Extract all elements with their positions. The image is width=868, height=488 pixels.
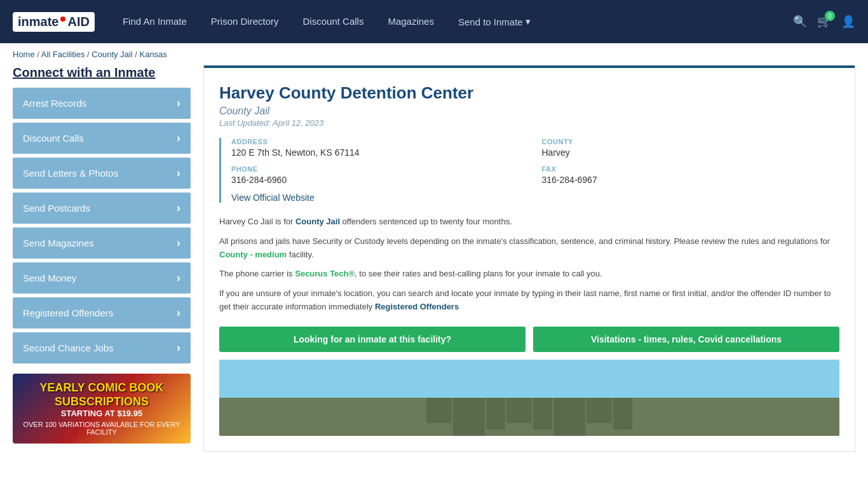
user-icon: 👤 xyxy=(841,15,855,28)
county-value: Harvey xyxy=(542,147,840,158)
phone-value: 316-284-6960 xyxy=(231,175,529,185)
securus-tech-link[interactable]: Securus Tech® xyxy=(295,269,355,278)
sidebar-title: Connect with an Inmate xyxy=(13,65,191,80)
sidebar-item-label: Arrest Records xyxy=(23,98,86,109)
sidebar-item-label: Send Magazines xyxy=(23,238,94,248)
logo[interactable]: inmate AID xyxy=(13,12,95,32)
building-block xyxy=(613,398,632,430)
description-4: If you are unsure of your inmate's locat… xyxy=(219,287,839,314)
sidebar-item-label: Send Postcards xyxy=(23,203,90,214)
description-3: The phone carrier is Securus Tech®, to s… xyxy=(219,268,839,281)
breadcrumb-home[interactable]: Home xyxy=(13,50,35,59)
breadcrumb: Home / All Facilities / County Jail / Ka… xyxy=(0,43,868,65)
building-block xyxy=(506,398,532,423)
breadcrumb-county-jail[interactable]: County Jail xyxy=(92,50,132,59)
building-block xyxy=(453,398,485,436)
county-label: COUNTY xyxy=(542,138,840,146)
building-block xyxy=(533,398,552,430)
address-value: 120 E 7th St, Newton, KS 67114 xyxy=(231,147,529,158)
description-2: All prisons and jails have Security or C… xyxy=(219,235,839,262)
facility-image xyxy=(219,360,839,436)
facility-name: Harvey County Detention Center xyxy=(219,83,839,103)
logo-text: inmate xyxy=(18,15,58,29)
sidebar-item-label: Send Letters & Photos xyxy=(23,168,118,179)
facility-type: County Jail xyxy=(219,105,839,117)
nav-send-to-inmate[interactable]: Send to Inmate ▾ xyxy=(456,2,533,41)
ad-price: STARTING AT $19.95 xyxy=(19,409,184,418)
website-block: View Official Website xyxy=(231,193,529,203)
description-1: Harvey Co Jail is for County Jail offend… xyxy=(219,215,839,229)
search-button[interactable]: 🔍 xyxy=(793,15,807,29)
sidebar-item-send-magazines[interactable]: Send Magazines › xyxy=(13,227,191,259)
sidebar-item-discount-calls[interactable]: Discount Calls › xyxy=(13,123,191,154)
nav-discount-calls[interactable]: Discount Calls xyxy=(301,2,367,41)
breadcrumb-state[interactable]: Kansas xyxy=(139,50,166,59)
logo-dot xyxy=(60,17,65,22)
building-block xyxy=(553,398,585,436)
facility-content: Harvey County Detention Center County Ja… xyxy=(203,65,855,452)
address-block: ADDRESS 120 E 7th St, Newton, KS 67114 xyxy=(231,138,529,158)
info-grid: ADDRESS 120 E 7th St, Newton, KS 67114 C… xyxy=(219,138,839,203)
phone-block: PHONE 316-284-6960 xyxy=(231,165,529,185)
sidebar-item-arrest-records[interactable]: Arrest Records › xyxy=(13,88,191,119)
nav-icons: 🔍 🛒 0 👤 xyxy=(793,15,855,29)
building-block xyxy=(587,398,612,423)
sidebar-item-second-chance-jobs[interactable]: Second Chance Jobs › xyxy=(13,332,191,363)
nav-prison-directory[interactable]: Prison Directory xyxy=(208,2,281,41)
ad-title: YEARLY COMIC BOOK SUBSCRIPTIONS xyxy=(19,381,184,409)
sidebar-item-send-money[interactable]: Send Money › xyxy=(13,262,191,294)
chevron-right-icon: › xyxy=(177,97,180,110)
sidebar-item-label: Discount Calls xyxy=(23,133,84,144)
navigation: inmate AID Find An Inmate Prison Directo… xyxy=(0,0,868,43)
sidebar-item-send-postcards[interactable]: Send Postcards › xyxy=(13,193,191,224)
ad-banner[interactable]: YEARLY COMIC BOOK SUBSCRIPTIONS STARTING… xyxy=(13,374,191,444)
chevron-right-icon: › xyxy=(177,201,180,215)
building-silhouette xyxy=(219,398,839,436)
fax-value: 316-284-6967 xyxy=(542,175,840,185)
sidebar-item-label: Registered Offenders xyxy=(23,308,113,318)
sidebar-item-send-letters[interactable]: Send Letters & Photos › xyxy=(13,158,191,189)
nav-links: Find An Inmate Prison Directory Discount… xyxy=(120,2,793,41)
chevron-right-icon: › xyxy=(177,271,180,285)
nav-find-inmate[interactable]: Find An Inmate xyxy=(120,2,189,41)
sidebar-item-label: Second Chance Jobs xyxy=(23,342,114,353)
breadcrumb-all-facilities[interactable]: All Facilities xyxy=(41,50,85,59)
nav-magazines[interactable]: Magazines xyxy=(385,2,437,41)
chevron-right-icon: › xyxy=(177,166,180,180)
county-medium-link[interactable]: County - medium xyxy=(219,250,287,259)
chevron-right-icon: › xyxy=(177,132,180,145)
find-inmate-button[interactable]: Looking for an inmate at this facility? xyxy=(219,327,526,352)
sidebar-item-registered-offenders[interactable]: Registered Offenders › xyxy=(13,297,191,329)
registered-offenders-link[interactable]: Registered Offenders xyxy=(375,302,459,311)
fax-block: FAX 316-284-6967 xyxy=(542,165,840,185)
building-block xyxy=(426,398,452,423)
county-block: COUNTY Harvey xyxy=(542,138,840,158)
action-buttons: Looking for an inmate at this facility? … xyxy=(219,327,839,352)
building-block xyxy=(486,398,505,430)
visitations-button[interactable]: Visitations - times, rules, Covid cancel… xyxy=(533,327,839,352)
ad-content: YEARLY COMIC BOOK SUBSCRIPTIONS STARTING… xyxy=(19,381,184,436)
logo-aid: AID xyxy=(67,15,89,29)
website-link[interactable]: View Official Website xyxy=(231,193,315,203)
sidebar-item-label: Send Money xyxy=(23,273,76,283)
chevron-right-icon: › xyxy=(177,341,180,355)
address-label: ADDRESS xyxy=(231,138,529,146)
cart-button[interactable]: 🛒 0 xyxy=(817,15,831,29)
chevron-right-icon: › xyxy=(177,236,180,250)
account-button[interactable]: 👤 xyxy=(841,15,855,29)
sidebar: Connect with an Inmate Arrest Records › … xyxy=(13,65,191,452)
chevron-right-icon: › xyxy=(177,306,180,320)
last-updated: Last Updated: April 12, 2023 xyxy=(219,118,839,128)
fax-label: FAX xyxy=(542,165,840,173)
main-container: Connect with an Inmate Arrest Records › … xyxy=(0,65,868,464)
phone-label: PHONE xyxy=(231,165,529,173)
county-jail-link[interactable]: County Jail xyxy=(295,217,340,226)
ad-subtitle: OVER 100 VARIATIONS AVAILABLE FOR EVERY … xyxy=(19,421,184,436)
cart-badge: 0 xyxy=(825,11,835,21)
search-icon: 🔍 xyxy=(793,15,807,28)
